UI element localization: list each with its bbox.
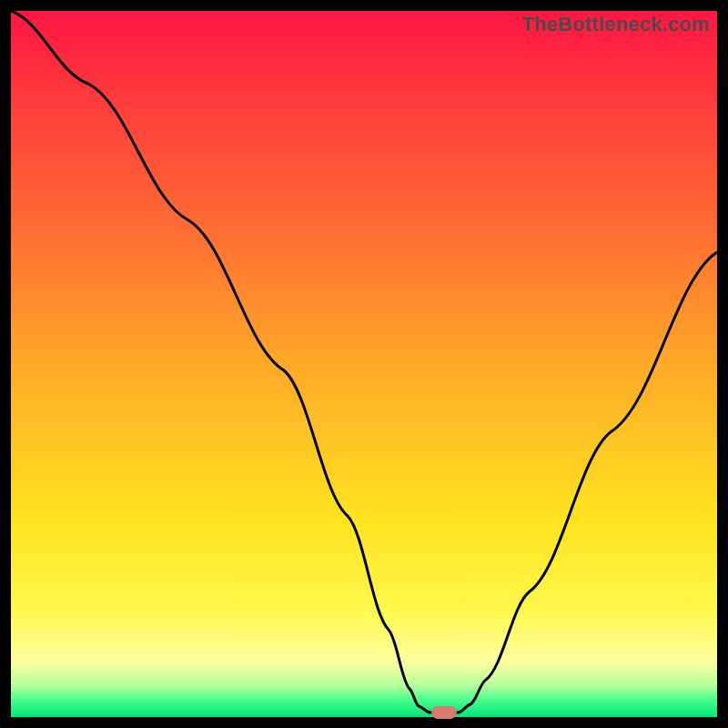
optimal-marker (431, 706, 457, 719)
chart-frame: TheBottleneck.com (0, 0, 728, 728)
bottleneck-curve (11, 11, 717, 717)
chart-plot-area: TheBottleneck.com (11, 11, 717, 717)
